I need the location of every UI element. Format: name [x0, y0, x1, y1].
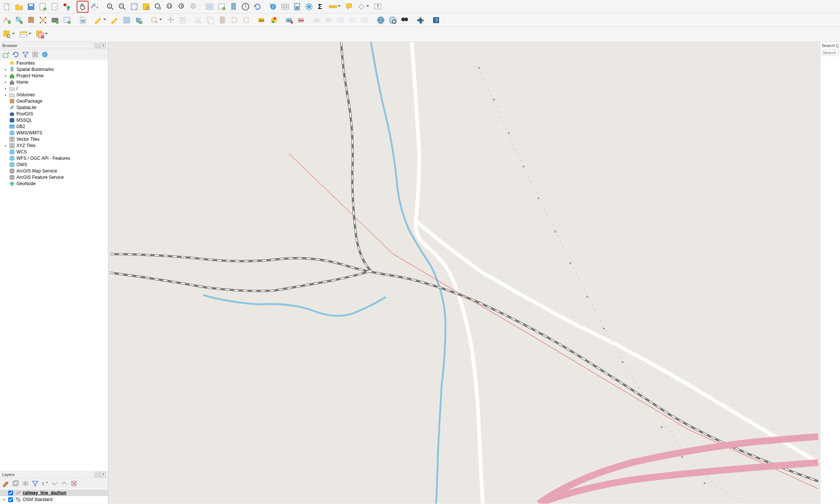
- measure-icon[interactable]: [327, 1, 339, 12]
- statistics-icon[interactable]: Σ: [315, 1, 327, 12]
- layer-style-icon[interactable]: [2, 480, 10, 487]
- select-by-value-icon[interactable]: [18, 29, 29, 40]
- browser-item[interactable]: Vector Tiles: [0, 136, 108, 142]
- save-project-icon[interactable]: [25, 1, 37, 12]
- expand-icon[interactable]: ▸: [4, 93, 7, 97]
- add-group-icon[interactable]: [12, 480, 19, 487]
- expand-icon[interactable]: ▸: [4, 87, 7, 90]
- diagram-icon[interactable]: [268, 15, 280, 26]
- browser-item[interactable]: ▸Home: [0, 79, 108, 85]
- open-project-icon[interactable]: [13, 1, 25, 12]
- layers-close-icon[interactable]: ✕: [101, 472, 106, 477]
- zoom-native-icon[interactable]: 1:1: [164, 1, 176, 12]
- rotate-label-icon[interactable]: [336, 15, 347, 26]
- map-tips-icon[interactable]: [344, 1, 355, 12]
- filter-expression-icon[interactable]: ε▾: [41, 480, 49, 487]
- browser-properties-icon[interactable]: i: [41, 51, 49, 58]
- browser-item[interactable]: ArcGIS Map Service: [0, 168, 108, 174]
- pan-map-icon[interactable]: [77, 1, 88, 12]
- pin-labels-icon[interactable]: abc: [296, 15, 307, 26]
- annotation-icon[interactable]: [356, 1, 367, 12]
- browser-undock-icon[interactable]: ▢: [95, 43, 100, 48]
- browser-refresh-icon[interactable]: [12, 51, 19, 58]
- layer-visibility-checkbox[interactable]: [8, 491, 13, 495]
- browser-item[interactable]: PostGIS: [0, 111, 108, 117]
- python-icon[interactable]: [415, 15, 426, 26]
- add-raster-icon[interactable]: +: [13, 15, 25, 26]
- move-feature-icon[interactable]: [165, 15, 176, 26]
- field-calculator-icon[interactable]: [291, 1, 303, 12]
- attribute-table-icon[interactable]: [280, 1, 291, 12]
- toggle-editing-icon[interactable]: [109, 15, 120, 26]
- layer-row[interactable]: railway_line_dazhun: [0, 489, 108, 496]
- layers-tree[interactable]: railway_line_dazhun▾OSM Standard: [0, 489, 108, 504]
- delete-selected-icon[interactable]: [177, 15, 188, 26]
- browser-item[interactable]: WFS / OGC API - Features: [0, 155, 108, 161]
- layers-undock-icon[interactable]: ▢: [95, 472, 100, 477]
- expand-icon[interactable]: ▸: [4, 80, 7, 84]
- browser-item[interactable]: ▸/: [0, 85, 108, 91]
- new-spatialite-icon[interactable]: [37, 15, 49, 26]
- pan-to-selection-icon[interactable]: [89, 1, 100, 12]
- temporal-controller-icon[interactable]: [240, 1, 251, 12]
- cut-features-icon[interactable]: [193, 15, 204, 26]
- zoom-in-icon[interactable]: [105, 1, 116, 12]
- browser-item[interactable]: SpatiaLite: [0, 104, 108, 111]
- new-gpkg-icon[interactable]: [77, 15, 88, 26]
- browser-item[interactable]: GeoPackage: [0, 98, 108, 104]
- browser-collapse-icon[interactable]: [31, 51, 39, 58]
- browser-filter-icon[interactable]: [22, 51, 29, 58]
- browser-item[interactable]: ▸Spatial Bookmarks: [0, 66, 108, 72]
- toolbox-icon[interactable]: [303, 1, 315, 12]
- new-memory-icon[interactable]: +: [49, 15, 61, 26]
- search-qms-input[interactable]: [822, 49, 839, 56]
- browser-item[interactable]: MSSQL: [0, 117, 108, 123]
- digitize-shape-icon[interactable]: [149, 15, 160, 26]
- browser-item[interactable]: WCS: [0, 149, 108, 155]
- save-edits-icon[interactable]: [121, 15, 132, 26]
- add-feature-icon[interactable]: +: [133, 15, 144, 26]
- filter-legend-icon[interactable]: [31, 480, 39, 487]
- add-layer-icon[interactable]: +: [2, 51, 10, 58]
- browser-item[interactable]: ▸/Volumes: [0, 91, 108, 98]
- new-bookmark-icon[interactable]: +: [216, 1, 227, 12]
- zoom-layer-icon[interactable]: [152, 1, 164, 12]
- browser-item[interactable]: ▸Project Home: [0, 72, 108, 79]
- browser-item[interactable]: ArcGIS Feature Service: [0, 174, 108, 180]
- map-canvas[interactable]: [108, 42, 820, 504]
- select-features-icon[interactable]: [1, 29, 13, 40]
- add-vector-icon[interactable]: +: [1, 15, 13, 26]
- highlight-pinned-icon[interactable]: abc: [284, 15, 295, 26]
- show-layout-manager-icon[interactable]: [49, 1, 61, 12]
- current-edits-icon[interactable]: [93, 15, 104, 26]
- layer-row[interactable]: ▾OSM Standard: [0, 496, 108, 503]
- new-map-view-icon[interactable]: [204, 1, 215, 12]
- zoom-out-icon[interactable]: [117, 1, 128, 12]
- redo-icon[interactable]: [241, 15, 252, 26]
- zoom-last-icon[interactable]: [176, 1, 188, 12]
- browser-item[interactable]: Favorites: [0, 60, 108, 66]
- paste-features-icon[interactable]: [217, 15, 228, 26]
- browser-tree[interactable]: Favorites▸Spatial Bookmarks▸Project Home…: [0, 60, 108, 471]
- nominatim-icon[interactable]: [399, 15, 410, 26]
- style-manager-icon[interactable]: a: [61, 1, 72, 12]
- text-annotation-icon[interactable]: T: [372, 1, 383, 12]
- new-virtual-icon[interactable]: +: [61, 15, 72, 26]
- browser-item[interactable]: WMS/WMTS: [0, 130, 108, 136]
- zoom-next-icon[interactable]: [188, 1, 200, 12]
- new-print-layout-icon[interactable]: +: [37, 1, 49, 12]
- zoom-full-icon[interactable]: [129, 1, 140, 12]
- new-project-icon[interactable]: [1, 1, 13, 12]
- expand-icon[interactable]: ▸: [4, 74, 7, 78]
- copy-features-icon[interactable]: [205, 15, 216, 26]
- change-label-icon[interactable]: [348, 15, 359, 26]
- quickosm-icon[interactable]: [387, 15, 398, 26]
- zoom-selection-icon[interactable]: [140, 1, 152, 12]
- browser-close-icon[interactable]: ✕: [101, 43, 106, 48]
- show-bookmarks-icon[interactable]: [228, 1, 239, 12]
- refresh-icon[interactable]: [252, 1, 263, 12]
- expand-icon[interactable]: ▸: [4, 144, 7, 147]
- manage-visibility-icon[interactable]: [22, 480, 29, 487]
- move-label-icon[interactable]: ab: [324, 15, 335, 26]
- label-tool-icon[interactable]: abc: [256, 15, 268, 26]
